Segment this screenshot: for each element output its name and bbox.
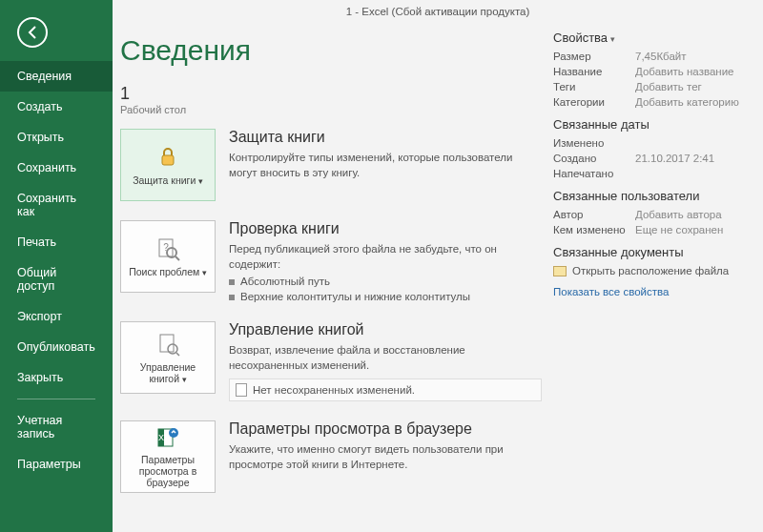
prop-printed-key: Напечатано — [553, 168, 635, 179]
prop-name-key: Название — [553, 66, 635, 77]
section-inspect: ? Поиск проблем ▾ Проверка книги Перед п… — [120, 220, 542, 302]
sidebar-item-options[interactable]: Параметры — [0, 449, 113, 480]
related-docs-heading: Связанные документы — [553, 245, 744, 259]
prop-lastmod-val: Еще не сохранен — [635, 224, 723, 235]
browser-view-options-label: Параметры просмотра в браузере — [125, 454, 211, 488]
protect-desc: Контролируйте типы изменений, которые по… — [229, 150, 542, 180]
sidebar-item-share[interactable]: Общий доступ — [0, 257, 113, 301]
properties-heading[interactable]: Свойства — [553, 31, 744, 45]
manage-desc: Возврат, извлечение файла и восстановлен… — [229, 342, 542, 373]
browser-title: Параметры просмотра в браузере — [229, 420, 542, 438]
prop-lastmod-key: Кем изменено — [553, 224, 635, 235]
prop-size-val: 7,45Кбайт — [635, 51, 687, 62]
section-browser: X Параметры просмотра в браузере Парамет… — [120, 420, 542, 493]
svg-text:?: ? — [163, 242, 169, 253]
sidebar-item-publish[interactable]: Опубликовать — [0, 332, 113, 362]
sidebar-item-print[interactable]: Печать — [0, 227, 113, 257]
inspect-desc: Перед публикацией этого файла не забудьт… — [229, 241, 542, 272]
folder-icon — [553, 266, 567, 276]
manage-workbook-button[interactable]: Управление книгой ▾ — [120, 321, 216, 394]
sheet-icon — [236, 383, 247, 397]
browser-desc: Укажите, что именно смогут видеть пользо… — [229, 441, 542, 472]
inspect-bullet-2: Верхние колонтитулы и нижние колонтитулы — [229, 291, 542, 302]
prop-size-key: Размер — [553, 51, 635, 62]
svg-line-3 — [175, 256, 179, 260]
prop-tags-val[interactable]: Добавить тег — [635, 81, 702, 92]
excel-browser-icon: X — [155, 425, 181, 450]
browser-view-options-button[interactable]: X Параметры просмотра в браузере — [120, 420, 216, 493]
document-name: 1 — [120, 84, 542, 104]
sidebar-item-info[interactable]: Сведения — [0, 61, 113, 92]
lock-icon — [155, 144, 181, 171]
document-path: Рабочий стол — [120, 104, 542, 115]
show-all-properties-link[interactable]: Показать все свойства — [553, 286, 669, 297]
back-button[interactable] — [17, 17, 48, 48]
manage-unsaved-note: Нет несохраненных изменений. — [229, 379, 542, 401]
protect-workbook-button[interactable]: Защита книги ▾ — [120, 129, 216, 201]
prop-author-key: Автор — [553, 209, 635, 220]
svg-point-11 — [169, 428, 178, 438]
prop-cats-val[interactable]: Добавить категорию — [635, 96, 739, 108]
backstage-sidebar: Сведения Создать Открыть Сохранить Сохра… — [0, 0, 113, 532]
page-title: Сведения — [120, 34, 542, 67]
open-file-location-link[interactable]: Открыть расположение файла — [553, 265, 744, 276]
window-title: 1 - Excel (Сбой активации продукта) — [113, 0, 763, 17]
manage-document-icon — [155, 331, 181, 358]
svg-text:X: X — [158, 433, 164, 442]
sidebar-item-saveas[interactable]: Сохранить как — [0, 183, 113, 227]
sidebar-item-save[interactable]: Сохранить — [0, 153, 113, 183]
manage-workbook-label: Управление книгой ▾ — [125, 361, 211, 384]
svg-rect-5 — [160, 335, 174, 352]
magnifier-document-icon: ? — [155, 235, 181, 262]
related-people-heading: Связанные пользователи — [553, 189, 744, 203]
prop-created-val: 21.10.2017 2:41 — [635, 153, 714, 164]
inspect-bullet-1: Абсолютный путь — [229, 276, 542, 287]
prop-cats-key: Категории — [553, 96, 635, 108]
arrow-left-icon — [25, 25, 40, 40]
svg-rect-0 — [162, 155, 174, 165]
prop-name-val[interactable]: Добавить название — [635, 66, 733, 77]
protect-workbook-label: Защита книги ▾ — [133, 174, 203, 186]
check-issues-button[interactable]: ? Поиск проблем ▾ — [120, 220, 216, 293]
svg-line-7 — [176, 353, 179, 356]
sidebar-item-export[interactable]: Экспорт — [0, 301, 113, 332]
prop-tags-key: Теги — [553, 81, 635, 92]
manage-title: Управление книгой — [229, 321, 542, 338]
sidebar-item-close[interactable]: Закрыть — [0, 362, 113, 393]
section-manage: Управление книгой ▾ Управление книгой Во… — [120, 321, 542, 401]
sidebar-item-open[interactable]: Открыть — [0, 122, 113, 153]
related-dates-heading: Связанные даты — [553, 117, 744, 132]
protect-title: Защита книги — [229, 129, 542, 146]
check-issues-label: Поиск проблем ▾ — [129, 266, 207, 277]
sidebar-item-account[interactable]: Учетная запись — [0, 405, 113, 449]
properties-panel: Свойства Размер7,45Кбайт НазваниеДобавит… — [553, 25, 744, 532]
sidebar-divider — [17, 399, 95, 399]
sidebar-item-new[interactable]: Создать — [0, 92, 113, 122]
prop-modified-key: Изменено — [553, 137, 635, 149]
prop-created-key: Создано — [553, 153, 635, 164]
inspect-title: Проверка книги — [229, 220, 542, 237]
prop-author-val[interactable]: Добавить автора — [635, 209, 722, 220]
section-protect: Защита книги ▾ Защита книги Контролируйт… — [120, 129, 542, 201]
